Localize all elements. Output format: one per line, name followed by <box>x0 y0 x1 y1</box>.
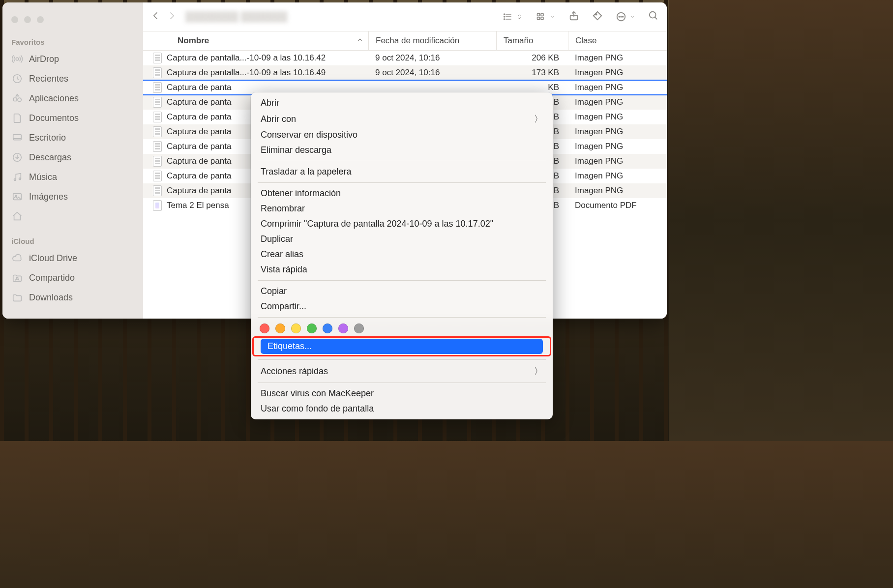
col-kind[interactable]: Clase <box>568 31 667 50</box>
file-kind-cell: Documento PDF <box>568 201 667 210</box>
group-button[interactable] <box>535 12 556 22</box>
ctx-item-eliminar-descarga[interactable]: Eliminar descarga <box>254 143 550 158</box>
sidebar-item-imágenes[interactable]: Imágenes <box>2 187 143 206</box>
folder-icon <box>11 292 23 303</box>
tag-blue[interactable] <box>323 323 332 333</box>
svg-point-3 <box>18 98 21 101</box>
col-modified-label: Fecha de modificación <box>376 36 459 46</box>
sidebar-item-label: Aplicaciones <box>29 93 79 104</box>
ctx-item-usar-como-fondo-de-pantalla[interactable]: Usar como fondo de pantalla <box>254 401 550 416</box>
sidebar-item-downloads[interactable]: Downloads <box>2 288 143 307</box>
ctx-item-compartir-[interactable]: Compartir... <box>254 299 550 314</box>
tag-gray[interactable] <box>354 323 364 333</box>
cloud-icon <box>11 252 23 264</box>
sidebar-section-favorites: Favoritos <box>2 27 143 49</box>
sidebar-item-label: Downloads <box>29 293 73 303</box>
forward-button[interactable] <box>167 11 177 23</box>
image-file-icon <box>153 82 162 93</box>
file-size-cell: 173 KB <box>496 68 568 78</box>
sidebar-item-recientes[interactable]: Recientes <box>2 69 143 88</box>
col-kind-label: Clase <box>575 36 596 46</box>
zoom-button[interactable] <box>37 16 44 23</box>
ctx-item-duplicar[interactable]: Duplicar <box>254 232 550 247</box>
downloads-icon <box>11 151 23 163</box>
sidebar-item-aplicaciones[interactable]: Aplicaciones <box>2 88 143 108</box>
chevron-right-icon: 〉 <box>534 113 543 125</box>
col-size-label: Tamaño <box>504 36 533 46</box>
file-row[interactable]: Captura de pantalla...-10-09 a las 10.16… <box>143 65 667 80</box>
sidebar-item-música[interactable]: Música <box>2 167 143 187</box>
file-size-cell: KB <box>496 83 568 92</box>
ctx-item-conservar-en-dispositivo[interactable]: Conservar en dispositivo <box>254 127 550 143</box>
close-button[interactable] <box>11 16 18 23</box>
file-name-label: Captura de panta <box>167 97 231 107</box>
file-name-label: Captura de panta <box>167 156 231 166</box>
ctx-item-label: Usar como fondo de pantalla <box>261 404 374 414</box>
col-size[interactable]: Tamaño <box>496 31 568 50</box>
share-button[interactable] <box>568 10 579 23</box>
col-name-label: Nombre <box>178 36 209 46</box>
view-list-button[interactable] <box>503 12 522 22</box>
ctx-item-label: Buscar virus con MacKeeper <box>261 388 374 399</box>
ctx-item-abrir[interactable]: Abrir <box>254 95 550 111</box>
sort-asc-icon <box>357 36 363 46</box>
file-kind-cell: Imagen PNG <box>568 112 667 122</box>
file-name-label: Captura de panta <box>167 171 231 181</box>
file-kind-cell: Imagen PNG <box>568 142 667 151</box>
col-name[interactable]: Nombre <box>143 31 368 50</box>
file-kind-cell: Imagen PNG <box>568 97 667 107</box>
ctx-item-comprimir-captura-de-pantalla-[interactable]: Comprimir "Captura de pantalla 2024-10-0… <box>254 216 550 232</box>
file-name-label: Captura de panta <box>167 186 231 196</box>
minimize-button[interactable] <box>24 16 31 23</box>
ctx-item-obtener-informaci-n[interactable]: Obtener información <box>254 186 550 201</box>
tag-orange[interactable] <box>275 323 285 333</box>
image-file-icon <box>153 53 162 63</box>
ctx-separator <box>258 280 546 281</box>
sidebar-item-escritorio[interactable]: Escritorio <box>2 128 143 147</box>
svg-point-8 <box>14 179 16 181</box>
ctx-item-abrir-con[interactable]: Abrir con〉 <box>254 111 550 127</box>
file-row[interactable]: Captura de pantalla...-10-09 a las 10.16… <box>143 51 667 65</box>
file-name-label: Captura de panta <box>167 83 231 92</box>
doc-icon <box>11 112 23 124</box>
ctx-item-label: Obtener información <box>261 188 341 199</box>
ctx-item-copiar[interactable]: Copiar <box>254 284 550 299</box>
ctx-item-etiquetas-[interactable]: Etiquetas... <box>261 339 543 354</box>
svg-point-0 <box>16 58 19 60</box>
ctx-item-crear-alias[interactable]: Crear alias <box>254 247 550 262</box>
svg-point-16 <box>504 14 505 15</box>
sidebar-item-home[interactable] <box>2 206 143 226</box>
sidebar-item-documentos[interactable]: Documentos <box>2 108 143 128</box>
svg-point-27 <box>619 16 620 17</box>
sidebar-item-compartido[interactable]: Compartido <box>2 268 143 288</box>
ctx-item-buscar-virus-con-mackeeper[interactable]: Buscar virus con MacKeeper <box>254 386 550 401</box>
tag-yellow[interactable] <box>291 323 301 333</box>
image-file-icon <box>153 185 162 196</box>
tag-purple[interactable] <box>338 323 348 333</box>
svg-line-31 <box>655 17 657 20</box>
sidebar-item-descargas[interactable]: Descargas <box>2 147 143 167</box>
search-button[interactable] <box>648 10 659 23</box>
ctx-item-acciones-r-pidas[interactable]: Acciones rápidas〉 <box>254 363 550 380</box>
more-button[interactable] <box>616 11 635 22</box>
tags-button[interactable] <box>592 10 603 23</box>
svg-point-28 <box>621 16 622 17</box>
ctx-separator <box>258 317 546 318</box>
tag-green[interactable] <box>307 323 317 333</box>
back-button[interactable] <box>151 11 161 23</box>
sidebar-item-airdrop[interactable]: AirDrop <box>2 49 143 69</box>
ctx-item-vista-r-pida[interactable]: Vista rápida <box>254 262 550 277</box>
ctx-item-label: Renombrar <box>261 204 305 214</box>
file-kind-cell: Imagen PNG <box>568 156 667 166</box>
ctx-item-renombrar[interactable]: Renombrar <box>254 201 550 216</box>
sidebar-item-label: Recientes <box>29 74 68 84</box>
sidebar-item-icloud-drive[interactable]: iCloud Drive <box>2 248 143 268</box>
ctx-item-label: Duplicar <box>261 234 293 244</box>
ctx-item-trasladar-a-la-papelera[interactable]: Trasladar a la papelera <box>254 164 550 179</box>
svg-rect-2 <box>14 98 17 101</box>
file-kind-cell: Imagen PNG <box>568 127 667 137</box>
tag-red[interactable] <box>260 323 269 333</box>
music-icon <box>11 171 23 183</box>
col-modified[interactable]: Fecha de modificación <box>368 31 496 50</box>
svg-point-29 <box>623 16 624 17</box>
